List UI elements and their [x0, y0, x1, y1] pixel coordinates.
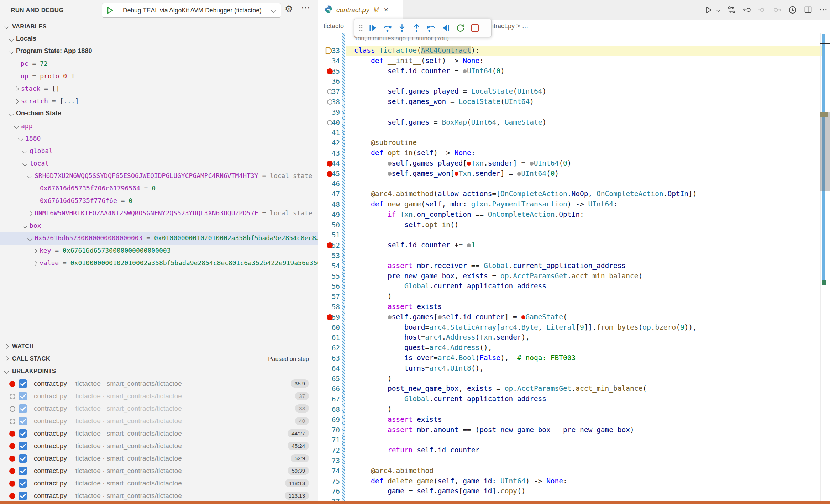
tree-variable-row[interactable]: 0x67616d65735f776f6e = 0 — [0, 195, 318, 207]
run-dropdown-icon[interactable] — [716, 5, 721, 15]
breakpoint-row[interactable]: contract.pytictactoe · smart_contracts/t… — [0, 452, 318, 465]
code-editor[interactable]: You, 8 minutes ago | 1 author (You) 33cl… — [318, 33, 830, 501]
tree-variable-row[interactable]: pc = 72 — [0, 58, 318, 70]
breakpoint-row[interactable]: contract.pytictactoe · smart_contracts/t… — [0, 465, 318, 477]
chevron-right-icon[interactable] — [14, 99, 19, 104]
chevron-down-icon[interactable] — [9, 49, 14, 54]
inline-breakpoint-candidate-icon[interactable] — [463, 68, 467, 73]
tree-variable-row[interactable]: UNML6W5NVHRIKTEOZAA4NI2SWQROSGNFNY2QS523… — [0, 207, 318, 220]
tree-row-text: 0x67616d65735f706c61796564 = 0 — [40, 184, 156, 192]
stop-icon[interactable] — [469, 22, 480, 33]
breadcrumb-left[interactable]: tictacto — [324, 22, 344, 30]
breakpoint-checkbox[interactable] — [19, 404, 27, 413]
tree-variable-row[interactable]: op = proto 0 1 — [0, 70, 318, 83]
breakpoint-checkbox[interactable] — [19, 492, 27, 500]
step-into-icon[interactable] — [396, 22, 408, 33]
tree-variable-row[interactable]: 0x67616d65735f706c61796564 = 0 — [0, 182, 318, 195]
tree-variable-row[interactable]: box — [0, 220, 318, 232]
timeline-icon[interactable] — [788, 5, 797, 15]
tree-group-row[interactable]: Locals — [0, 33, 318, 45]
breakpoint-checkbox[interactable] — [19, 429, 27, 438]
tree-variable-row[interactable]: app — [0, 120, 318, 132]
section-watch[interactable]: WATCH — [0, 341, 318, 352]
compare-changes-icon[interactable] — [727, 5, 736, 15]
chevron-down-icon[interactable] — [9, 111, 14, 116]
breadcrumb-right[interactable]: ontract.py > … — [487, 22, 529, 30]
start-debug-icon[interactable] — [102, 3, 118, 17]
inline-breakpoint-candidate-icon[interactable] — [388, 171, 392, 176]
breakpoint-row[interactable]: contract.pytictactoe · smart_contracts/t… — [0, 378, 318, 390]
drag-grip-icon[interactable] — [357, 22, 364, 33]
chevron-down-icon[interactable] — [27, 174, 32, 179]
split-editor-icon[interactable] — [803, 5, 813, 15]
chevron-down-icon[interactable] — [14, 124, 19, 129]
tab-contract-py[interactable]: contract.py M ✕ — [318, 0, 403, 20]
inline-breakpoint-candidate-icon[interactable] — [530, 161, 534, 166]
section-breakpoints[interactable]: BREAKPOINTS — [0, 366, 318, 377]
chevron-down-icon[interactable] — [9, 37, 14, 42]
tree-variable-row[interactable]: 1880 — [0, 132, 318, 145]
breakpoint-row[interactable]: contract.pytictactoe · smart_contracts/t… — [0, 477, 318, 490]
more-icon[interactable]: ⋯ — [301, 3, 310, 12]
breakpoint-row[interactable]: contract.pytictactoe · smart_contracts/t… — [0, 415, 318, 427]
step-back-icon[interactable] — [425, 22, 437, 33]
chevron-right-icon[interactable] — [14, 86, 19, 91]
tree-variable-row[interactable]: value = 0x010000000102010002a358bf5bada9… — [0, 257, 318, 269]
chevron-down-icon[interactable] — [18, 136, 23, 141]
step-out-icon[interactable] — [411, 22, 422, 33]
breakpoint-row[interactable]: contract.pytictactoe · smart_contracts/t… — [0, 403, 318, 415]
inline-breakpoint-candidate-icon[interactable] — [467, 242, 471, 247]
next-change-disabled-icon[interactable] — [773, 5, 782, 15]
inline-breakpoint-icon[interactable] — [467, 161, 471, 166]
breakpoint-checkbox[interactable] — [19, 479, 27, 488]
scrollbar-thumb[interactable] — [820, 112, 830, 191]
gear-icon[interactable]: ⚙ — [285, 4, 293, 14]
inline-breakpoint-candidate-icon[interactable] — [517, 171, 521, 176]
close-icon[interactable]: ✕ — [384, 6, 388, 13]
tree-variable-row[interactable]: SRH6D7XU2N6WQQ5SSYDQFG5ESO6JWEQIDPGLUGYC… — [0, 170, 318, 182]
breakpoint-checkbox[interactable] — [19, 392, 27, 400]
step-over-icon[interactable] — [382, 22, 393, 33]
breakpoint-location-badge: 59:39 — [288, 467, 309, 475]
debug-config-dropdown[interactable]: Debug TEAL via AlgoKit AVM Debugger (tic… — [102, 3, 281, 18]
more-actions-icon[interactable] — [819, 5, 828, 15]
breakpoint-checkbox[interactable] — [19, 467, 27, 475]
tree-variable-row[interactable]: key = 0x67616d65730000000000000003 — [0, 245, 318, 257]
inline-breakpoint-icon[interactable] — [521, 314, 526, 319]
chevron-right-icon[interactable] — [27, 211, 32, 216]
breakpoint-row[interactable]: contract.pytictactoe · smart_contracts/t… — [0, 490, 318, 502]
tree-variable-row[interactable]: local — [0, 157, 318, 170]
breakpoint-checkbox[interactable] — [19, 454, 27, 463]
indent-guide — [371, 107, 371, 117]
chevron-down-icon[interactable] — [27, 236, 32, 241]
breakpoint-checkbox[interactable] — [19, 417, 27, 425]
run-icon[interactable] — [704, 5, 713, 15]
restart-icon[interactable] — [455, 22, 466, 33]
breakpoint-checkbox[interactable] — [19, 379, 27, 388]
breakpoint-checkbox[interactable] — [19, 442, 27, 450]
breakpoint-row[interactable]: contract.pytictactoe · smart_contracts/t… — [0, 390, 318, 403]
breakpoint-row[interactable]: contract.pytictactoe · smart_contracts/t… — [0, 440, 318, 452]
section-variables[interactable]: VARIABLES — [0, 21, 318, 32]
tree-variable-row[interactable]: global — [0, 145, 318, 157]
chevron-right-icon[interactable] — [32, 261, 37, 266]
inline-breakpoint-icon[interactable] — [455, 171, 459, 176]
change-disabled-icon[interactable] — [757, 5, 767, 15]
previous-change-icon[interactable] — [742, 5, 751, 15]
continue-icon[interactable] — [367, 22, 378, 33]
chevron-down-icon[interactable] — [22, 149, 27, 154]
inline-breakpoint-candidate-icon[interactable] — [438, 314, 442, 319]
tree-group-row[interactable]: On-chain State — [0, 107, 318, 120]
tree-variable-row[interactable]: scratch = [...] — [0, 95, 318, 107]
tree-variable-row[interactable]: stack = [] — [0, 83, 318, 95]
chevron-down-icon[interactable] — [22, 224, 27, 229]
breakpoint-row[interactable]: contract.pytictactoe · smart_contracts/t… — [0, 427, 318, 440]
chevron-down-icon[interactable] — [22, 161, 27, 166]
inline-breakpoint-candidate-icon[interactable] — [388, 314, 392, 319]
section-call-stack[interactable]: CALL STACK Paused on step — [0, 353, 318, 364]
tree-variable-row[interactable]: 0x67616d65730000000000000003 = 0x0100000… — [0, 232, 318, 245]
chevron-right-icon[interactable] — [32, 248, 37, 253]
tree-group-row[interactable]: Program State: App 1880 — [0, 45, 318, 58]
reverse-continue-icon[interactable] — [440, 22, 451, 33]
inline-breakpoint-candidate-icon[interactable] — [388, 161, 392, 166]
